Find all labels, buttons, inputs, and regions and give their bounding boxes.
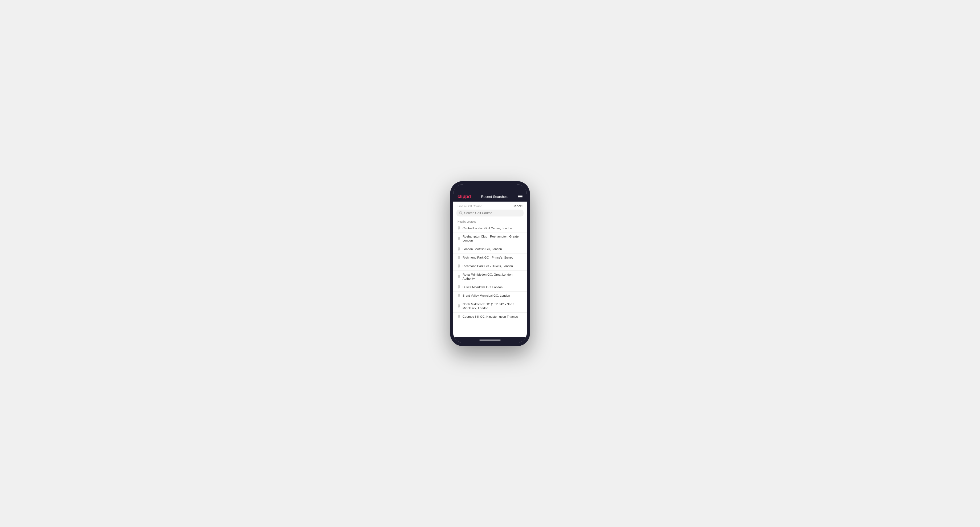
pin-icon: [458, 294, 460, 297]
app-header: clippd Recent Searches: [453, 192, 527, 202]
list-item[interactable]: Richmond Park GC - Prince's, Surrey: [453, 254, 527, 262]
menu-line-2: [518, 196, 522, 197]
status-bar: [453, 184, 527, 192]
course-name: London Scottish GC, London: [463, 247, 502, 251]
home-indicator: [453, 337, 527, 343]
menu-line-1: [518, 195, 522, 195]
menu-line-3: [518, 198, 522, 198]
list-item[interactable]: Brent Valley Municipal GC, London: [453, 292, 527, 300]
pin-icon: [458, 285, 460, 289]
search-icon: [459, 211, 463, 214]
list-item[interactable]: Roehampton Club - Roehampton, Greater Lo…: [453, 232, 527, 245]
pin-icon: [458, 315, 460, 319]
list-item[interactable]: Coombe Hill GC, Kingston upon Thames: [453, 313, 527, 321]
pin-icon: [458, 226, 460, 230]
pin-icon: [458, 264, 460, 268]
pin-icon: [458, 248, 460, 251]
course-name: Royal Wimbledon GC, Great London Authori…: [463, 273, 522, 281]
course-name: Coombe Hill GC, Kingston upon Thames: [463, 315, 518, 319]
app-content: Find a Golf Course Cancel Nearby courses…: [453, 202, 527, 337]
course-name: Richmond Park GC - Duke's, London: [463, 264, 513, 268]
find-label: Find a Golf Course: [458, 205, 482, 208]
list-item[interactable]: London Scottish GC, London: [453, 245, 527, 254]
phone-frame: clippd Recent Searches Find a Golf Cours…: [450, 181, 530, 346]
course-name: Richmond Park GC - Prince's, Surrey: [463, 256, 513, 260]
course-name: Brent Valley Municipal GC, London: [463, 294, 510, 298]
list-item[interactable]: Dukes Meadows GC, London: [453, 283, 527, 292]
list-item[interactable]: Royal Wimbledon GC, Great London Authori…: [453, 271, 527, 283]
app-logo: clippd: [458, 194, 471, 200]
list-item[interactable]: Richmond Park GC - Duke's, London: [453, 262, 527, 271]
course-name: Central London Golf Centre, London: [463, 226, 512, 230]
svg-line-1: [461, 214, 462, 214]
home-bar: [479, 340, 501, 341]
find-header: Find a Golf Course Cancel: [453, 202, 527, 210]
search-bar[interactable]: [457, 210, 523, 216]
course-name: Dukes Meadows GC, London: [463, 285, 503, 289]
course-name: North Middlesex GC (1011942 - North Midd…: [463, 302, 522, 310]
menu-icon[interactable]: [518, 195, 522, 198]
header-title: Recent Searches: [481, 195, 508, 198]
list-item[interactable]: Central London Golf Centre, London: [453, 224, 527, 233]
course-list: Central London Golf Centre, London Roeha…: [453, 224, 527, 321]
notch: [478, 186, 502, 190]
pin-icon: [458, 305, 460, 308]
list-item[interactable]: North Middlesex GC (1011942 - North Midd…: [453, 300, 527, 313]
pin-icon: [458, 256, 460, 260]
pin-icon: [458, 275, 460, 279]
nearby-section-label: Nearby courses: [453, 219, 527, 224]
phone-screen: clippd Recent Searches Find a Golf Cours…: [453, 184, 527, 343]
pin-icon: [458, 237, 460, 240]
search-input[interactable]: [464, 211, 521, 215]
cancel-button[interactable]: Cancel: [513, 204, 522, 208]
course-name: Roehampton Club - Roehampton, Greater Lo…: [463, 235, 522, 243]
